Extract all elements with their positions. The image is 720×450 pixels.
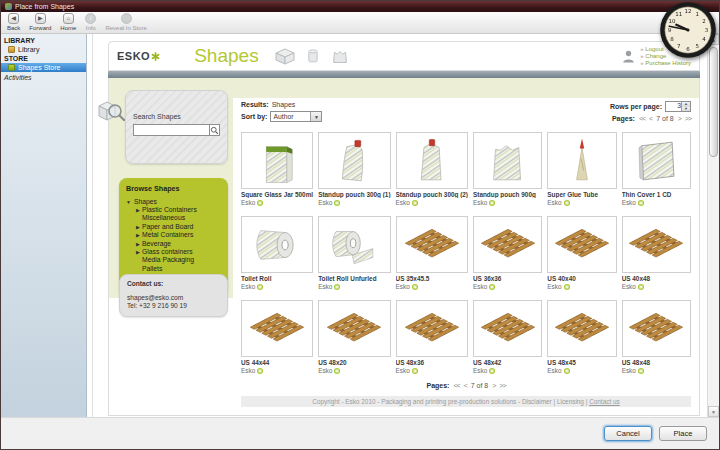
search-button[interactable] <box>209 124 220 136</box>
cancel-button[interactable]: Cancel <box>604 426 652 441</box>
product-card-super-glue-tube[interactable]: Super Glue TubeEsko <box>547 132 616 206</box>
product-image-bag <box>473 132 542 189</box>
product-title: US 44x44 <box>241 359 313 366</box>
svg-text:4: 4 <box>702 36 706 42</box>
product-card-thin-cover-1-cd[interactable]: Thin Cover 1 CDEsko <box>622 132 691 206</box>
sort-by-select[interactable]: Author ▼ <box>270 111 322 122</box>
product-image-glue <box>547 132 616 189</box>
product-card-us-48x45[interactable]: US 48x45Esko <box>547 300 616 374</box>
browse-item-label: Pallets <box>142 265 162 272</box>
rows-per-page-stepper[interactable]: 3 ▲ ▼ <box>665 101 691 112</box>
toolbar-button-info[interactable]: iInfo <box>85 13 96 31</box>
contact-email[interactable]: shapes@esko.com <box>127 294 220 302</box>
search-panel: Search Shapes <box>125 90 228 164</box>
pager-prev[interactable]: < <box>464 382 467 389</box>
product-card-toilet-roll[interactable]: Toilet RollEsko <box>241 216 313 290</box>
contact-phone: Tel: +32 9 216 90 19 <box>127 302 220 310</box>
pager-next[interactable]: > <box>678 115 681 122</box>
esko-vendor-star-icon <box>638 284 644 290</box>
esko-vendor-star-icon <box>257 284 263 290</box>
pager-first[interactable]: << <box>639 115 645 122</box>
svg-text:10: 10 <box>668 18 675 24</box>
product-card-us-40x40[interactable]: US 40x40Esko <box>547 216 616 290</box>
contact-us-link[interactable]: Contact us <box>589 398 620 405</box>
pager-next[interactable]: > <box>492 382 495 389</box>
pager-prev[interactable]: < <box>649 115 652 122</box>
toolbar-button-back[interactable]: ◀Back <box>7 13 20 31</box>
product-card-us-48x36[interactable]: US 48x36Esko <box>396 300 468 374</box>
product-card-us-35x45-5[interactable]: US 35x45.5Esko <box>396 216 468 290</box>
spin-down-icon[interactable]: ▼ <box>682 107 690 112</box>
esko-vendor-star-icon <box>489 368 495 374</box>
vendor-name: Esko <box>318 283 332 290</box>
browse-item-beverage[interactable]: ▶Beverage <box>126 240 223 248</box>
vertical-scrollbar[interactable]: ▲ ▼ <box>707 34 719 417</box>
product-vendor: Esko <box>622 283 691 290</box>
store-icon <box>8 64 15 71</box>
pager-last[interactable]: >> <box>499 382 505 389</box>
toolbar-button-reveal-in-store[interactable]: Reveal In Store <box>105 13 146 31</box>
vendor-name: Esko <box>396 283 410 290</box>
product-card-us-48x20[interactable]: US 48x20Esko <box>318 300 390 374</box>
product-card-square-glass-jar-500ml[interactable]: Square Glass Jar 500mlEsko <box>241 132 313 206</box>
esko-vendor-star-icon <box>334 284 340 290</box>
place-button[interactable]: Place <box>659 426 707 441</box>
browse-item-glass-containers[interactable]: ▶Glass containers <box>126 248 223 256</box>
forward-arrow-icon: ▶ <box>35 13 46 24</box>
results-label: Results: <box>241 101 269 108</box>
home-icon: ⌂ <box>63 13 74 24</box>
search-input[interactable] <box>133 124 209 136</box>
sidebar-activities[interactable]: Activities <box>1 72 86 83</box>
browse-root-shapes[interactable]: ▼ Shapes <box>126 198 223 205</box>
product-card-toilet-roll-unfurled[interactable]: Toilet Roll UnfurledEsko <box>318 216 390 290</box>
product-title: US 40x40 <box>547 275 616 282</box>
product-title: Toilet Roll Unfurled <box>318 275 390 282</box>
sidebar-item-label: Library <box>18 46 39 53</box>
sidebar-item-library[interactable]: Library <box>1 45 86 54</box>
pager-last[interactable]: >> <box>685 115 691 122</box>
product-title: US 40x48 <box>622 275 691 282</box>
product-image-pallet <box>622 216 691 273</box>
scroll-down-icon[interactable]: ▼ <box>708 406 719 417</box>
esko-vendor-star-icon <box>564 284 570 290</box>
pager-first[interactable]: << <box>453 382 459 389</box>
esko-vendor-star-icon <box>638 368 644 374</box>
product-card-standup-pouch-900g[interactable]: Standup pouch 900gEsko <box>473 132 542 206</box>
browse-item-paper-and-board[interactable]: ▶Paper and Board <box>126 223 223 231</box>
chevron-down-icon[interactable]: ▼ <box>310 112 321 121</box>
esko-star-icon <box>151 52 160 61</box>
svg-text:5: 5 <box>696 43 700 49</box>
results-area: Results: Shapes Sort by: Author ▼ <box>233 98 699 415</box>
vendor-name: Esko <box>622 199 636 206</box>
scrollbar-thumb[interactable] <box>709 47 718 157</box>
browse-item-media-packaging[interactable]: Media Packaging <box>126 256 223 264</box>
desktop-clock-gadget[interactable]: 121234567891011 <box>659 1 717 59</box>
product-card-standup-pouch-300g-1[interactable]: Standup pouch 300g (1)Esko <box>318 132 390 206</box>
browse-item-miscellaneous[interactable]: Miscellaneous <box>126 214 223 222</box>
product-card-us-44x44[interactable]: US 44x44Esko <box>241 300 313 374</box>
browse-item-pallets[interactable]: Pallets <box>126 265 223 273</box>
footer-copyright: Copyright - Esko 2010 - Packaging and pr… <box>241 396 691 407</box>
sidebar-section-library: LIBRARY <box>1 36 86 45</box>
product-title: US 48x45 <box>547 359 616 366</box>
product-title: Standup pouch 300g (1) <box>318 191 390 198</box>
toolbar-button-label: Forward <box>29 25 51 31</box>
product-image-pallet <box>473 300 542 357</box>
place-from-shapes-window: Place from Shapes ◀Back▶Forward⌂HomeiInf… <box>0 0 720 450</box>
browse-item-label: Beverage <box>142 240 171 247</box>
product-card-us-36x36[interactable]: US 36x36Esko <box>473 216 542 290</box>
toolbar-button-home[interactable]: ⌂Home <box>60 13 76 31</box>
product-card-us-40x48[interactable]: US 40x48Esko <box>622 216 691 290</box>
product-card-standup-pouch-300g-2[interactable]: Standup pouch 300g (2)Esko <box>396 132 468 206</box>
browse-item-plastic-containers[interactable]: ▶Plastic Containers <box>126 206 223 214</box>
sidebar-item-shapes-store[interactable]: Shapes Store <box>1 63 86 72</box>
account-link-purchase-history[interactable]: Purchase History <box>640 60 691 67</box>
browse-item-metal-containers[interactable]: ▶Metal Containers <box>126 231 223 239</box>
product-card-us-48x42[interactable]: US 48x42Esko <box>473 300 542 374</box>
product-image-pallet <box>396 300 468 357</box>
titlebar: Place from Shapes <box>1 1 719 12</box>
product-vendor: Esko <box>241 283 313 290</box>
vendor-name: Esko <box>622 283 636 290</box>
product-card-us-48x48[interactable]: US 48x48Esko <box>622 300 691 374</box>
toolbar-button-forward[interactable]: ▶Forward <box>29 13 51 31</box>
